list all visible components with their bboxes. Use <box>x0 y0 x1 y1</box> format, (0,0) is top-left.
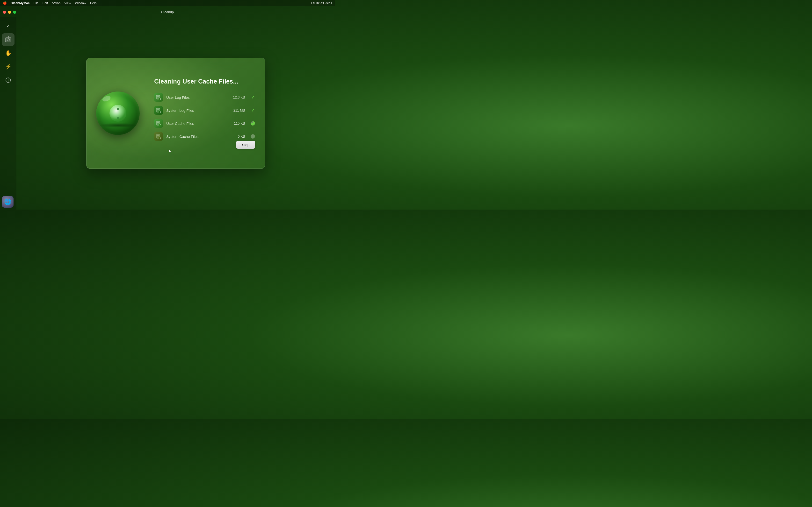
pending-icon <box>251 134 255 138</box>
svg-text:⚙: ⚙ <box>159 98 161 100</box>
main-window: Cleanup ✓ ✋ ⚡ <box>0 7 335 210</box>
user-cache-size: 115 KB <box>234 121 245 125</box>
ball-reflection <box>102 95 111 103</box>
svg-rect-0 <box>5 38 11 42</box>
maximize-button[interactable] <box>13 11 16 14</box>
svg-text:⚙: ⚙ <box>159 111 161 113</box>
system-cache-icon: ⚙ <box>154 132 163 141</box>
table-row: User Cache Files 115 KB <box>154 119 255 128</box>
clock: Fri 18 Oct 09:44 <box>311 1 332 5</box>
ball-container <box>87 58 149 169</box>
check-icon: ✓ <box>6 23 10 29</box>
hand-icon: ✋ <box>5 50 12 56</box>
content-area: Cleaning User Cache Files... ⚙ <box>16 17 335 210</box>
system-cache-size: 0 KB <box>238 134 245 138</box>
edit-menu[interactable]: Edit <box>43 1 48 5</box>
cleaning-title: Cleaning User Cache Files... <box>154 78 255 85</box>
svg-point-22 <box>160 124 161 125</box>
titlebar: Cleanup <box>0 7 335 17</box>
system-log-size: 211 MB <box>234 108 245 112</box>
system-cache-status <box>250 134 255 139</box>
close-button[interactable] <box>3 11 6 14</box>
window-title: Cleanup <box>161 10 174 14</box>
user-cache-icon <box>154 119 163 128</box>
spinner-icon <box>251 121 255 125</box>
dock-item[interactable]: 🌐 <box>2 196 13 208</box>
main-layout: ✓ ✋ ⚡ <box>0 17 335 210</box>
lightning-icon: ⚡ <box>5 63 12 70</box>
menubar-left: 🍎 CleanMyMac File Edit Action View Windo… <box>3 1 96 5</box>
system-cache-name: System Cache Files <box>166 134 235 138</box>
file-menu[interactable]: File <box>34 1 39 5</box>
table-row: ⚙ System Log Files 211 MB ✓ <box>154 106 255 115</box>
help-menu[interactable]: Help <box>90 1 96 5</box>
minimize-button[interactable] <box>8 11 11 14</box>
apps-icon <box>5 77 12 83</box>
sidebar-item-smart-care[interactable]: ✓ <box>2 20 14 32</box>
cleanup-panel: Cleaning User Cache Files... ⚙ <box>86 58 265 169</box>
view-menu[interactable]: View <box>64 1 71 5</box>
table-row: ⚙ User Log Files 12,3 KB ✓ <box>154 93 255 102</box>
menubar: 🍎 CleanMyMac File Edit Action View Windo… <box>0 0 335 6</box>
check-icon: ✓ <box>251 95 254 100</box>
ball-dot-bottom <box>117 117 119 119</box>
user-cache-status <box>250 121 255 126</box>
app-name[interactable]: CleanMyMac <box>11 1 30 5</box>
system-log-name: System Log Files <box>166 108 230 113</box>
sidebar: ✓ ✋ ⚡ <box>0 17 16 210</box>
apple-menu[interactable]: 🍎 <box>3 1 7 5</box>
sidebar-item-applications[interactable] <box>2 74 14 87</box>
user-log-status: ✓ <box>250 95 255 100</box>
svg-text:⚙: ⚙ <box>159 137 161 139</box>
cleanup-info: Cleaning User Cache Files... ⚙ <box>149 68 265 158</box>
check-icon: ✓ <box>251 108 254 113</box>
user-log-size: 12,3 KB <box>233 95 245 99</box>
system-log-status: ✓ <box>250 108 255 113</box>
ball-dot-top <box>117 108 119 110</box>
traffic-lights <box>3 11 16 14</box>
cleaner-icon <box>4 36 12 44</box>
user-cache-name: User Cache Files <box>166 121 231 125</box>
sidebar-item-protector[interactable]: ✋ <box>2 47 14 59</box>
app-ball <box>96 92 140 135</box>
sidebar-item-cleaner[interactable] <box>2 33 14 46</box>
item-list: ⚙ User Log Files 12,3 KB ✓ <box>154 93 255 141</box>
stop-button[interactable]: Stop <box>236 141 255 149</box>
user-log-name: User Log Files <box>166 95 230 100</box>
svg-point-3 <box>8 36 9 37</box>
ball-yin-yang <box>109 105 126 122</box>
table-row: ⚙ System Cache Files 0 KB <box>154 132 255 141</box>
window-menu[interactable]: Window <box>75 1 86 5</box>
dock: 🌐 <box>2 196 13 208</box>
user-log-icon: ⚙ <box>154 93 163 102</box>
sidebar-item-speed[interactable]: ⚡ <box>2 60 14 73</box>
menubar-right: Fri 18 Oct 09:44 <box>311 1 332 5</box>
stop-btn-container: Stop <box>154 141 255 149</box>
system-log-icon: ⚙ <box>154 106 163 115</box>
ball-shadow <box>99 123 137 128</box>
action-menu[interactable]: Action <box>52 1 60 5</box>
